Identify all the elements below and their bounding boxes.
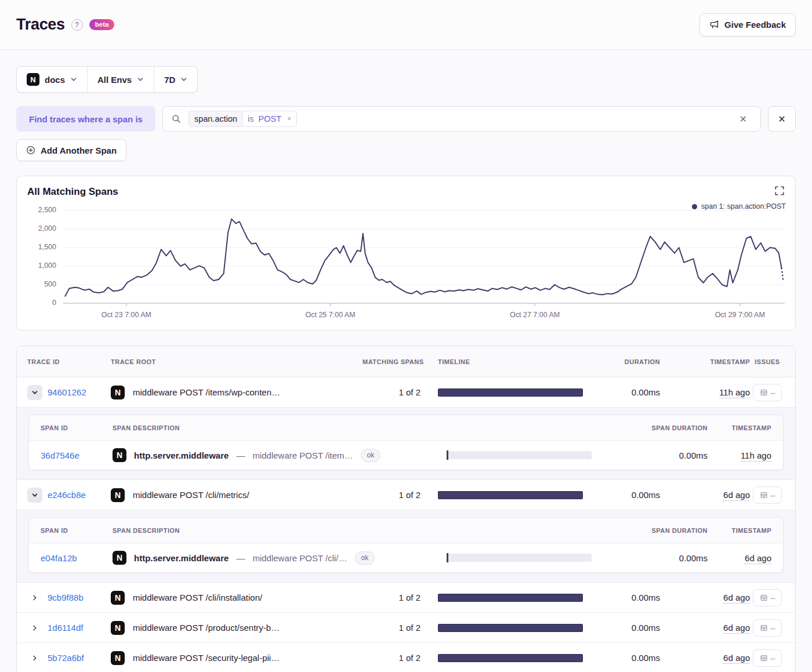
page-filter-bar: N docs All Envs 7D xyxy=(16,66,198,93)
col-span-description: SPAN DESCRIPTION xyxy=(113,424,447,431)
issues-button[interactable]: – xyxy=(753,649,782,667)
timestamp-cell: 6d ago xyxy=(667,593,750,602)
trace-id-link[interactable]: 9cb9f88b xyxy=(48,593,84,602)
trace-id-link[interactable]: 94601262 xyxy=(48,387,86,397)
trace-row: 5b72a6bf N middleware POST /security-leg… xyxy=(17,643,795,672)
x-tick-label: Oct 27 7:00 AM xyxy=(510,311,560,319)
timestamp-link[interactable]: 11h ago xyxy=(719,387,750,398)
expand-chevron[interactable] xyxy=(27,620,42,635)
timeline-cell xyxy=(438,654,606,662)
expanded-span-panel: SPAN ID SPAN DESCRIPTION SPAN DURATION T… xyxy=(17,510,795,583)
timestamp-link[interactable]: 6d ago xyxy=(723,623,750,634)
expand-chevron[interactable] xyxy=(27,385,42,400)
timestamp-link[interactable]: 6d ago xyxy=(745,553,771,564)
expand-chevron[interactable] xyxy=(27,651,42,666)
span-timeline-track[interactable] xyxy=(447,554,592,562)
col-span-duration: SPAN DURATION xyxy=(638,527,708,534)
span-id-link[interactable]: e04fa12b xyxy=(41,553,113,563)
give-feedback-button[interactable]: Give Feedback xyxy=(699,13,796,37)
issues-button[interactable]: – xyxy=(753,619,782,637)
span-query-row: Find traces where a span is span.action … xyxy=(16,106,796,132)
x-tick-label: Oct 29 7:00 AM xyxy=(715,311,765,319)
span-duration-cell: 0.00ms xyxy=(638,451,708,460)
trace-id-cell: 5b72a6bf xyxy=(27,651,111,666)
fullscreen-icon[interactable] xyxy=(773,184,786,197)
timestamp-link[interactable]: 6d ago xyxy=(723,593,750,604)
timeline-cell xyxy=(438,388,606,397)
timeline-bar[interactable] xyxy=(438,654,583,662)
expand-chevron[interactable] xyxy=(27,488,42,503)
issues-empty-dash: – xyxy=(771,623,775,633)
find-traces-label: Find traces where a span is xyxy=(16,106,155,132)
chart-body: 05001,0001,5002,0002,500 Oct 23 7:00 AMO… xyxy=(27,208,785,322)
trace-id-link[interactable]: 5b72a6bf xyxy=(48,653,84,663)
col-trace-root: TRACE ROOT xyxy=(111,358,362,365)
help-icon[interactable]: ? xyxy=(71,19,83,31)
remove-token-icon[interactable]: × xyxy=(285,115,296,123)
timeline-bar[interactable] xyxy=(438,624,583,632)
trace-search-input[interactable]: span.action is POST × ✕ xyxy=(162,106,761,132)
environment-filter[interactable]: All Envs xyxy=(88,67,154,92)
issues-button[interactable]: – xyxy=(753,589,782,606)
span-timeline-track[interactable] xyxy=(447,451,592,459)
span-separator: — xyxy=(236,451,245,460)
timestamp-cell: 11h ago xyxy=(667,387,750,397)
col-timeline: TIMELINE xyxy=(438,358,606,365)
remove-span-query-button[interactable]: ✕ xyxy=(768,106,796,132)
timestamp-link[interactable]: 6d ago xyxy=(723,653,750,664)
trace-root-cell: N middleware POST /security-legal-pii… xyxy=(111,651,362,665)
chart-title: All Matching Spans xyxy=(27,186,118,198)
environment-filter-label: All Envs xyxy=(97,75,132,85)
project-filter-label: docs xyxy=(45,75,65,85)
timestamp-link[interactable]: 6d ago xyxy=(723,490,750,501)
span-id-link[interactable]: 36d7546e xyxy=(41,451,113,460)
add-another-span-button[interactable]: Add Another Span xyxy=(16,139,126,161)
chevron-down-icon xyxy=(70,76,77,83)
span-separator: — xyxy=(236,553,245,563)
trace-id-link[interactable]: 1d6114df xyxy=(48,623,83,633)
duration-cell: 0.00ms xyxy=(606,623,667,633)
col-span-id: SPAN ID xyxy=(41,527,113,534)
trace-row: 1d6114df N middleware POST /product/sent… xyxy=(17,613,795,643)
date-range-filter[interactable]: 7D xyxy=(154,67,197,92)
trace-id-link[interactable]: e246cb8e xyxy=(48,490,86,500)
issues-empty-dash: – xyxy=(771,593,775,602)
chart-plot[interactable]: Oct 23 7:00 AMOct 25 7:00 AMOct 27 7:00 … xyxy=(63,208,785,322)
issues-cell: – xyxy=(750,649,785,667)
page-header: Traces ? beta Give Feedback xyxy=(0,0,812,50)
timestamp-link[interactable]: 11h ago xyxy=(741,451,771,462)
timeline-cell xyxy=(438,594,606,602)
x-tick-label: Oct 23 7:00 AM xyxy=(102,311,151,319)
duration-cell: 0.00ms xyxy=(606,653,667,663)
project-filter[interactable]: N docs xyxy=(17,67,87,92)
date-range-label: 7D xyxy=(164,75,175,85)
issues-cell: – xyxy=(750,619,785,637)
add-span-label: Add Another Span xyxy=(41,146,117,155)
span-timeline-marker xyxy=(447,451,448,460)
col-matching-spans: MATCHING SPANS xyxy=(362,358,438,365)
search-filter-token[interactable]: span.action is POST × xyxy=(188,111,297,127)
span-description-cell: N http.server.middleware — middleware PO… xyxy=(113,551,447,565)
timeline-bar[interactable] xyxy=(438,594,583,602)
timeline-cell xyxy=(438,491,606,499)
issues-button[interactable]: – xyxy=(753,486,782,504)
issues-empty-dash: – xyxy=(771,653,775,663)
traces-table: TRACE ID TRACE ROOT MATCHING SPANS TIMEL… xyxy=(16,346,796,672)
token-operator: is xyxy=(243,114,258,123)
col-span-duration: SPAN DURATION xyxy=(638,424,708,431)
col-span-id: SPAN ID xyxy=(41,424,113,431)
traces-table-header: TRACE ID TRACE ROOT MATCHING SPANS TIMEL… xyxy=(17,346,795,377)
nextjs-icon: N xyxy=(113,551,126,565)
nextjs-icon: N xyxy=(111,651,125,665)
clear-search-icon[interactable]: ✕ xyxy=(735,111,752,127)
timeline-bar[interactable] xyxy=(438,491,583,499)
issues-cell: – xyxy=(750,486,785,504)
issues-button[interactable]: – xyxy=(753,384,782,401)
matching-spans-chart-panel: All Matching Spans span 1: span.action:P… xyxy=(16,176,796,330)
expand-chevron[interactable] xyxy=(27,590,42,605)
expanded-span-panel: SPAN ID SPAN DESCRIPTION SPAN DURATION T… xyxy=(17,408,795,480)
series-line-dotted xyxy=(782,268,783,279)
y-tick-label: 1,500 xyxy=(38,243,56,251)
span-operation: http.server.middleware xyxy=(134,451,229,460)
timeline-bar[interactable] xyxy=(438,388,583,397)
